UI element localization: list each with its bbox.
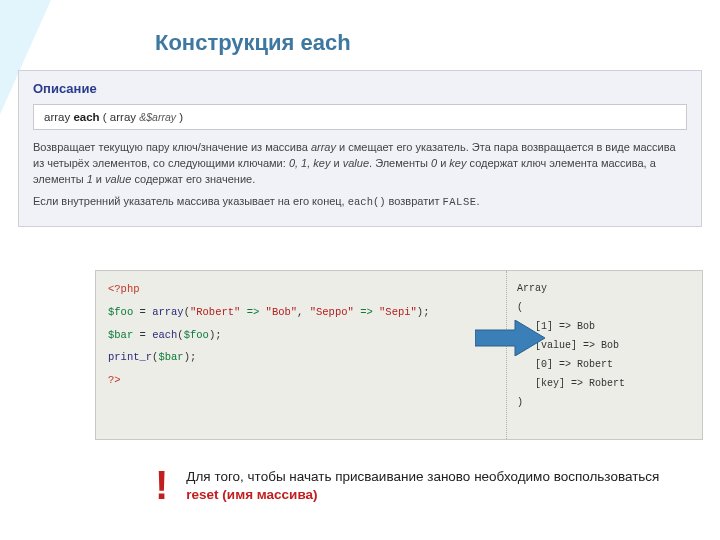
page-title: Конструкция each xyxy=(155,30,351,56)
sig-close: ) xyxy=(179,111,183,123)
function-signature: array each ( array &$array ) xyxy=(33,104,687,130)
return-type: array xyxy=(44,111,70,123)
description-paragraph-1: Возвращает текущую пару ключ/значение из… xyxy=(19,140,701,194)
note-text: Для того, чтобы начать присваивание зано… xyxy=(186,465,695,504)
description-heading: Описание xyxy=(19,71,701,104)
exclamation-icon: ! xyxy=(155,465,168,505)
slide-content: Конструкция each Описание array each ( a… xyxy=(0,0,720,540)
description-box: Описание array each ( array &$array ) Во… xyxy=(18,70,702,227)
code-source: <?php $foo = array("Robert" => "Bob", "S… xyxy=(96,271,506,439)
arrow-icon xyxy=(475,320,545,356)
code-example: <?php $foo = array("Robert" => "Bob", "S… xyxy=(95,270,703,440)
function-name: each xyxy=(73,111,99,123)
sig-open: ( array xyxy=(103,111,136,123)
svg-marker-0 xyxy=(475,320,545,356)
note-row: ! Для того, чтобы начать присваивание за… xyxy=(155,465,695,505)
description-paragraph-2: Если внутренний указатель массива указыв… xyxy=(19,194,701,216)
sig-param: &$array xyxy=(139,111,176,123)
